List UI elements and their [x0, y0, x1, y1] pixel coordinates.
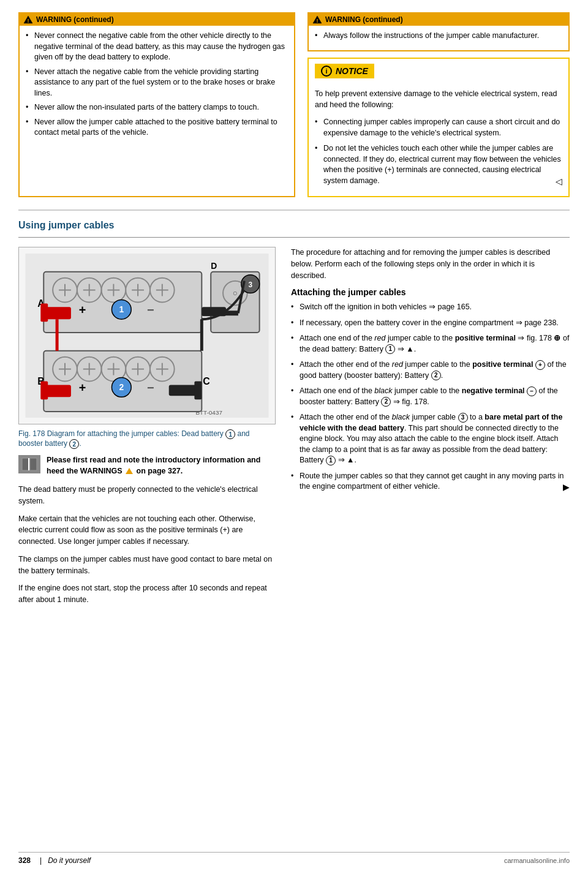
right-arrow: ▶ [563, 481, 570, 494]
book-icon [18, 455, 40, 473]
left-warning-list: Never connect the negative cable from th… [26, 31, 288, 138]
notice-label-text: NOTICE [336, 66, 368, 76]
jumper-cable-diagram: + − 1 A ○ D [25, 254, 269, 418]
step-1: Switch off the ignition in both vehicles… [291, 302, 570, 313]
svg-rect-65 [30, 458, 37, 470]
notice-box: i NOTICE To help prevent extensive damag… [307, 58, 570, 198]
step-7: Route the jumper cables so that they can… [291, 471, 570, 492]
read-note-text: Please first read and note the introduct… [47, 455, 276, 477]
right-column: The procedure for attaching and for remo… [291, 247, 570, 612]
notice-label-bar: i NOTICE [315, 64, 374, 78]
book-svg [21, 457, 38, 472]
list-item: Always follow the instructions of the ju… [315, 31, 562, 42]
body-para-3: The clamps on the jumper cables must hav… [18, 554, 276, 577]
right-warning-header: ! WARNING (continued) [309, 13, 568, 26]
list-item: Never allow the non-insulated parts of t… [26, 102, 288, 113]
svg-text:+: + [79, 381, 86, 394]
svg-text:+: + [79, 303, 86, 317]
body-para-2: Make certain that the vehicles are not t… [18, 513, 276, 548]
svg-text:−: − [147, 381, 154, 394]
svg-rect-60 [40, 381, 48, 399]
list-item: Never connect the negative cable from th… [26, 31, 288, 63]
svg-rect-62 [194, 381, 202, 399]
diagram-caption: Fig. 178 Diagram for attaching the jumpe… [18, 429, 276, 449]
notice-list: • Connecting jumper cables improperly ca… [315, 117, 562, 186]
list-item: • Connecting jumper cables improperly ca… [315, 117, 562, 138]
svg-text:○: ○ [233, 288, 238, 298]
diagram-box: + − 1 A ○ D [18, 247, 276, 424]
footer-logo: carmanualsonline.info [504, 857, 570, 864]
left-warning-title: WARNING (continued) [36, 15, 114, 24]
step-4: Attach the other end of the red jumper c… [291, 360, 570, 381]
left-column: + − 1 A ○ D [18, 247, 276, 612]
notice-intro: To help prevent extensive damage to the … [315, 88, 562, 111]
body-para-4: If the engine does not start, stop the p… [18, 582, 276, 606]
steps-list: Switch off the ignition in both vehicles… [291, 302, 570, 492]
right-warning-box: ! WARNING (continued) Always follow the … [307, 12, 570, 51]
notice-circle-icon: i [321, 66, 332, 77]
sub-divider [18, 237, 570, 238]
list-item: Never attach the negative cable from the… [26, 67, 288, 99]
page: ! WARNING (continued) Never connect the … [0, 0, 588, 874]
section-heading: Using jumper cables [18, 220, 570, 231]
right-warning-list: Always follow the instructions of the ju… [315, 31, 562, 42]
caption-text: Fig. 178 Diagram for attaching the jumpe… [18, 429, 250, 448]
svg-text:3: 3 [248, 281, 252, 289]
svg-text:2: 2 [119, 382, 124, 392]
footer-section: Do it yourself [48, 856, 91, 865]
right-warning-title: WARNING (continued) [325, 15, 403, 24]
svg-text:!: ! [28, 18, 29, 24]
list-item: • Do not let the vehicles touch each oth… [315, 143, 562, 186]
svg-text:BTT-0437: BTT-0437 [195, 409, 222, 416]
footer: 328 | Do it yourself carmanualsonline.in… [18, 852, 570, 865]
step-6: Attach the other end of the black jumper… [291, 412, 570, 466]
svg-rect-27 [40, 303, 48, 322]
section-divider [18, 209, 570, 211]
step-5: Attach one end of the black jumper cable… [291, 386, 570, 407]
warning-triangle-icon-right: ! [312, 15, 322, 24]
warning-triangle-icon: ! [23, 15, 33, 24]
main-content: + − 1 A ○ D [18, 247, 570, 612]
read-note: Please first read and note the introduct… [18, 455, 276, 477]
left-warning-header: ! WARNING (continued) [20, 13, 294, 26]
left-warning-box: ! WARNING (continued) Never connect the … [18, 12, 295, 197]
attaching-heading: Attaching the jumper cables [291, 287, 570, 297]
svg-text:C: C [203, 376, 210, 386]
body-para-1: The dead battery must be properly connec… [18, 484, 276, 507]
svg-text:1: 1 [119, 304, 124, 314]
step-2: If necessary, open the battery cover in … [291, 318, 570, 329]
step-3: Attach one end of the red jumper cable t… [291, 333, 570, 355]
right-intro: The procedure for attaching and for remo… [291, 247, 570, 281]
svg-text:!: ! [317, 18, 318, 24]
svg-text:D: D [211, 261, 217, 271]
svg-text:−: − [147, 303, 154, 317]
notice-header-inline: i NOTICE [315, 64, 562, 83]
top-section: ! WARNING (continued) Never connect the … [18, 12, 570, 197]
list-item: Never allow the jumper cable attached to… [26, 117, 288, 138]
svg-rect-64 [22, 458, 29, 470]
svg-rect-61 [169, 385, 197, 396]
page-number: 328 [18, 856, 31, 865]
footer-separator: | [40, 856, 42, 865]
notice-arrow: ◁ [556, 176, 562, 188]
